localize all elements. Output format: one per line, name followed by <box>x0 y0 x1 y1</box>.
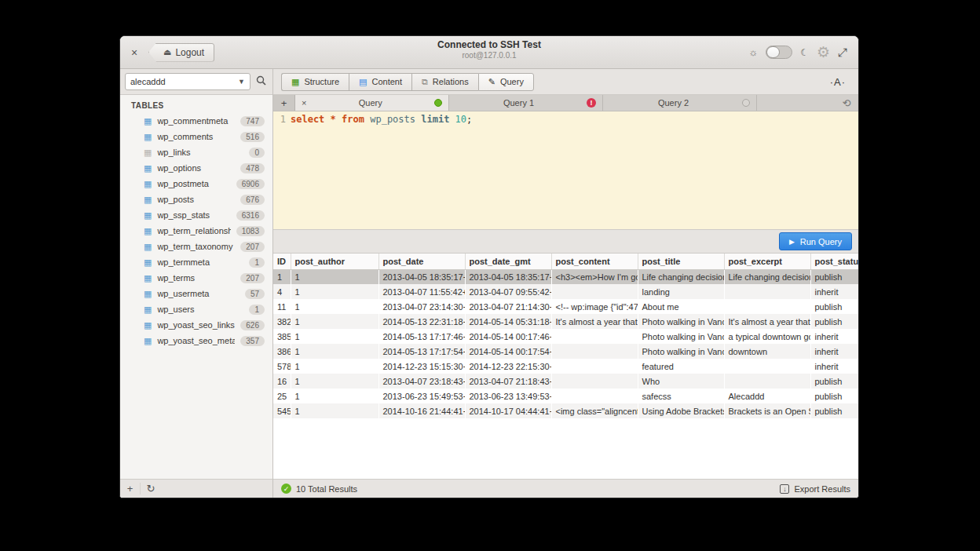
add-query-tab-button[interactable]: + <box>273 95 295 111</box>
table-row[interactable]: 112013-04-05 18:35:17+02013-04-05 18:35:… <box>273 269 858 284</box>
sidebar-table-item[interactable]: ▦ wp_termmeta 1 <box>120 254 272 270</box>
column-header-post_content[interactable]: post_content <box>551 254 638 269</box>
table-cell: 2013-04-07 11:55:42+0 <box>378 284 465 299</box>
table-row[interactable]: 412013-04-07 11:55:42+02013-04-07 09:55:… <box>273 284 858 299</box>
column-header-post_date_gmt[interactable]: post_date_gmt <box>465 254 551 269</box>
close-tab-icon[interactable]: × <box>302 98 306 108</box>
database-combobox[interactable]: ▼ <box>125 73 250 90</box>
tab-query[interactable]: ✎ Query <box>478 73 534 91</box>
sql-keyword: select <box>291 114 324 125</box>
table-cell: 1 <box>291 359 378 374</box>
export-results-button[interactable]: ↓ Export Results <box>780 484 850 494</box>
table-cell: <h3><em>How I'm going <box>551 269 638 284</box>
sidebar-table-item[interactable]: ▦ wp_comments 516 <box>120 129 272 144</box>
sql-editor[interactable]: 1 select * from wp_posts limit 10; <box>273 111 858 229</box>
sidebar-table-item[interactable]: ▦ wp_posts 676 <box>120 192 272 207</box>
query-history-icon[interactable]: ⟲ <box>835 95 858 111</box>
table-cell: 2013-06-23 15:49:53+0 <box>378 389 465 403</box>
table-cell: 16 <box>273 374 291 389</box>
sidebar-table-item[interactable]: ▦ wp_usermeta 57 <box>120 286 272 301</box>
dark-mode-toggle[interactable] <box>766 46 792 59</box>
toggle-knob <box>766 46 780 58</box>
row-count-badge: 207 <box>240 273 265 283</box>
sidebar-table-item[interactable]: ▦ wp_yoast_seo_meta 357 <box>120 333 272 348</box>
export-download-icon: ↓ <box>780 484 789 494</box>
tables-section: TABLES ▦ wp_commentmeta 747 ▦ wp_comment… <box>120 95 272 479</box>
sidebar-table-item[interactable]: ▦ wp_postmeta 6906 <box>120 176 272 192</box>
table-cell: Photo walking in Vancouv <box>638 344 724 359</box>
table-row[interactable]: 38612014-05-13 17:17:54+02014-05-14 00:1… <box>273 344 858 359</box>
settings-gear-icon[interactable]: ⚙ <box>817 43 830 61</box>
sql-number: 10 <box>455 114 466 125</box>
sidebar-table-item[interactable]: ▦ wp_term_relationships 1083 <box>120 223 272 239</box>
window-title: Connected to SSH Test <box>120 39 858 50</box>
tables-section-label: TABLES <box>120 100 272 113</box>
sidebar-table-item[interactable]: ▦ wp_yoast_seo_links 626 <box>120 317 272 333</box>
fullscreen-icon[interactable]: ⤢ <box>838 46 847 60</box>
column-header-post_excerpt[interactable]: post_excerpt <box>724 254 810 269</box>
table-cell <box>551 329 638 344</box>
table-cell <box>551 359 638 374</box>
table-cell: Brackets is an Open Sour <box>724 403 810 418</box>
refresh-icon[interactable]: ↻ <box>141 483 161 494</box>
sidebar-table-item[interactable]: ▦ wp_options 478 <box>120 160 272 176</box>
table-cell: Alecaddd <box>724 389 810 403</box>
row-count-badge: 747 <box>240 116 265 126</box>
table-cell: Photo walking in Vancouv <box>638 329 724 344</box>
query-tab-0[interactable]: × Query <box>295 95 449 111</box>
table-cell: 2013-04-07 21:14:30+0 <box>465 299 551 314</box>
table-cell: 2013-04-07 23:14:30+0 <box>378 299 465 314</box>
column-header-post_status[interactable]: post_status <box>810 254 858 269</box>
table-cell: 2014-05-14 00:17:54+0 <box>465 344 551 359</box>
table-row[interactable]: 1612013-04-07 23:18:43+02013-04-07 21:18… <box>273 374 858 389</box>
table-row[interactable]: 38212014-05-13 22:31:18+02014-05-14 05:3… <box>273 314 858 329</box>
column-header-post_title[interactable]: post_title <box>638 254 724 269</box>
table-icon: ▦ <box>144 211 152 220</box>
database-combo-input[interactable] <box>130 77 238 86</box>
column-header-post_date[interactable]: post_date <box>378 254 465 269</box>
combo-dropdown-arrow-icon[interactable]: ▼ <box>238 78 245 86</box>
table-cell: publish <box>810 314 858 329</box>
query-tab-1[interactable]: Query 1 ! <box>449 95 603 111</box>
query-tab-2[interactable]: Query 2 <box>603 95 757 111</box>
search-icon[interactable] <box>254 75 268 88</box>
sidebar-table-item[interactable]: ▦ wp_users 1 <box>120 301 272 317</box>
table-cell: 2013-04-05 18:35:17+0 <box>465 269 551 284</box>
table-cell: 25 <box>273 389 291 403</box>
sidebar-table-item[interactable]: ▦ wp_term_taxonomy 207 <box>120 239 272 254</box>
table-cell: Who <box>638 374 724 389</box>
column-header-id[interactable]: ID <box>273 254 291 269</box>
tab-structure[interactable]: ▦ Structure <box>281 73 349 91</box>
tab-relations[interactable]: ⧉ Relations <box>411 73 478 91</box>
table-row[interactable]: 57812014-12-23 15:15:30+02014-12-23 22:1… <box>273 359 858 374</box>
table-cell: a typical downtown goose <box>724 329 810 344</box>
sidebar-table-item[interactable]: ▦ wp_ssp_stats 6316 <box>120 207 272 223</box>
window-close-icon[interactable]: × <box>126 46 142 59</box>
sql-semicolon: ; <box>466 114 472 125</box>
run-query-button[interactable]: ▶ Run Query <box>779 232 852 250</box>
table-name: wp_links <box>157 148 243 157</box>
table-row[interactable]: 38512014-05-13 17:17:46+02014-05-14 00:1… <box>273 329 858 344</box>
table-row[interactable]: 54512014-10-16 21:44:41+02014-10-17 04:4… <box>273 403 858 418</box>
add-connection-button[interactable]: + <box>120 483 141 494</box>
table-cell: 1 <box>291 374 378 389</box>
table-row[interactable]: 1112013-04-07 23:14:30+02013-04-07 21:14… <box>273 299 858 314</box>
main-panel: ▦ Structure ▤ Content ⧉ Relations ✎ Quer… <box>273 69 858 498</box>
sidebar-table-item[interactable]: ▦ wp_commentmeta 747 <box>120 113 272 129</box>
column-header-post_author[interactable]: post_author <box>291 254 378 269</box>
row-count-badge: 0 <box>249 148 265 158</box>
sidebar-table-item[interactable]: ▦ wp_terms 207 <box>120 270 272 286</box>
table-cell: publish <box>810 389 858 403</box>
tab-content[interactable]: ▤ Content <box>349 73 411 91</box>
table-cell: 2014-12-23 15:15:30+0 <box>378 359 465 374</box>
table-cell: 2013-04-07 09:55:42+0 <box>465 284 551 299</box>
table-row[interactable]: 2512013-06-23 15:49:53+02013-06-23 13:49… <box>273 389 858 403</box>
tab-relations-label: Relations <box>433 77 469 86</box>
logout-button[interactable]: ⏏ Logout <box>148 43 214 62</box>
table-name: wp_terms <box>157 273 235 283</box>
row-count-badge: 6906 <box>236 179 265 189</box>
row-count-badge: 57 <box>245 289 265 299</box>
table-name: wp_ssp_stats <box>157 210 230 220</box>
font-size-button[interactable]: ·A· <box>830 76 850 88</box>
sidebar-table-item[interactable]: ▦ wp_links 0 <box>120 144 272 160</box>
